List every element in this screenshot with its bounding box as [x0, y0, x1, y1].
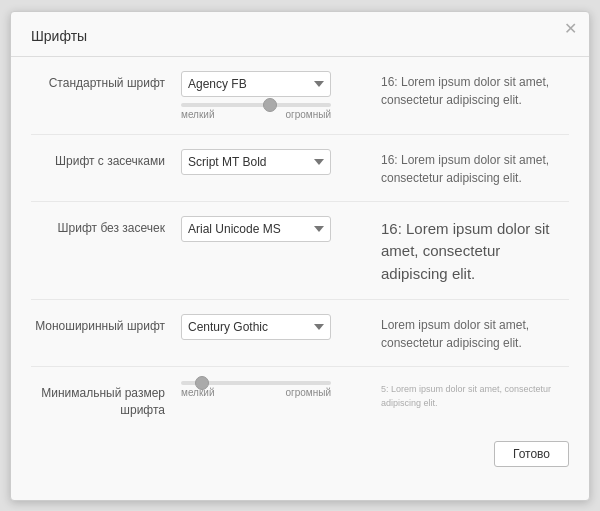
dialog-body: Стандартный шрифт Agency FB Arial Arial …	[11, 57, 589, 427]
min-size-preview: 5: Lorem ipsum dolor sit amet, consectet…	[381, 381, 569, 410]
dialog-footer: Готово	[11, 431, 589, 481]
serif-select-row: Script MT Bold Arial Agency FB Times New…	[181, 149, 369, 175]
fonts-dialog: ✕ Шрифты Стандартный шрифт Agency FB Ari…	[10, 11, 590, 501]
min-size-slider-max: огромный	[285, 387, 331, 398]
sans-serif-select-row: Arial Unicode MS Arial Agency FB	[181, 216, 369, 242]
serif-font-select[interactable]: Script MT Bold Arial Agency FB Times New…	[181, 149, 331, 175]
close-button[interactable]: ✕	[561, 20, 579, 38]
standard-slider-max: огромный	[285, 109, 331, 120]
min-size-label: Минимальный размер шрифта	[31, 381, 181, 419]
standard-font-row: Стандартный шрифт Agency FB Arial Arial …	[31, 57, 569, 135]
serif-font-controls: Script MT Bold Arial Agency FB Times New…	[181, 149, 569, 187]
standard-slider-row: мелкий огромный	[181, 103, 369, 120]
sans-serif-font-preview: 16: Lorem ipsum dolor sit amet, consecte…	[381, 216, 569, 286]
standard-font-label: Стандартный шрифт	[31, 71, 181, 92]
min-size-slider[interactable]	[181, 381, 331, 385]
monospace-font-select-area: Century Gothic Courier New Arial	[181, 314, 369, 340]
min-size-controls: мелкий огромный 5: Lorem ipsum dolor sit…	[181, 381, 569, 410]
standard-font-controls: Agency FB Arial Arial Unicode MS Script …	[181, 71, 569, 120]
standard-slider-min: мелкий	[181, 109, 215, 120]
sans-serif-font-select-area: Arial Unicode MS Arial Agency FB	[181, 216, 369, 242]
standard-select-row: Agency FB Arial Arial Unicode MS Script …	[181, 71, 369, 97]
sans-serif-font-row: Шрифт без засечек Arial Unicode MS Arial…	[31, 202, 569, 301]
standard-font-select-area: Agency FB Arial Arial Unicode MS Script …	[181, 71, 369, 120]
min-size-slider-min: мелкий	[181, 387, 215, 398]
serif-font-label: Шрифт с засечками	[31, 149, 181, 170]
serif-font-select-area: Script MT Bold Arial Agency FB Times New…	[181, 149, 369, 175]
dialog-title: Шрифты	[11, 28, 589, 57]
min-size-slider-row: мелкий огромный	[181, 381, 369, 398]
standard-font-select[interactable]: Agency FB Arial Arial Unicode MS Script …	[181, 71, 331, 97]
sans-serif-font-select[interactable]: Arial Unicode MS Arial Agency FB	[181, 216, 331, 242]
monospace-font-label: Моноширинный шрифт	[31, 314, 181, 335]
sans-serif-font-controls: Arial Unicode MS Arial Agency FB 16: Lor…	[181, 216, 569, 286]
monospace-font-row: Моноширинный шрифт Century Gothic Courie…	[31, 300, 569, 367]
standard-font-preview: 16: Lorem ipsum dolor sit amet, consecte…	[381, 71, 569, 109]
serif-font-preview: 16: Lorem ipsum dolor sit amet, consecte…	[381, 149, 569, 187]
done-button[interactable]: Готово	[494, 441, 569, 467]
standard-slider-labels: мелкий огромный	[181, 109, 331, 120]
standard-size-slider[interactable]	[181, 103, 331, 107]
min-size-row: Минимальный размер шрифта мелкий огромны…	[31, 367, 569, 427]
monospace-font-controls: Century Gothic Courier New Arial Lorem i…	[181, 314, 569, 352]
sans-serif-font-label: Шрифт без засечек	[31, 216, 181, 237]
min-size-slider-labels: мелкий огромный	[181, 387, 331, 398]
min-size-slider-area: мелкий огромный	[181, 381, 369, 398]
monospace-font-preview: Lorem ipsum dolor sit amet, consectetur …	[381, 314, 569, 352]
monospace-font-select[interactable]: Century Gothic Courier New Arial	[181, 314, 331, 340]
serif-font-row: Шрифт с засечками Script MT Bold Arial A…	[31, 135, 569, 202]
monospace-select-row: Century Gothic Courier New Arial	[181, 314, 369, 340]
